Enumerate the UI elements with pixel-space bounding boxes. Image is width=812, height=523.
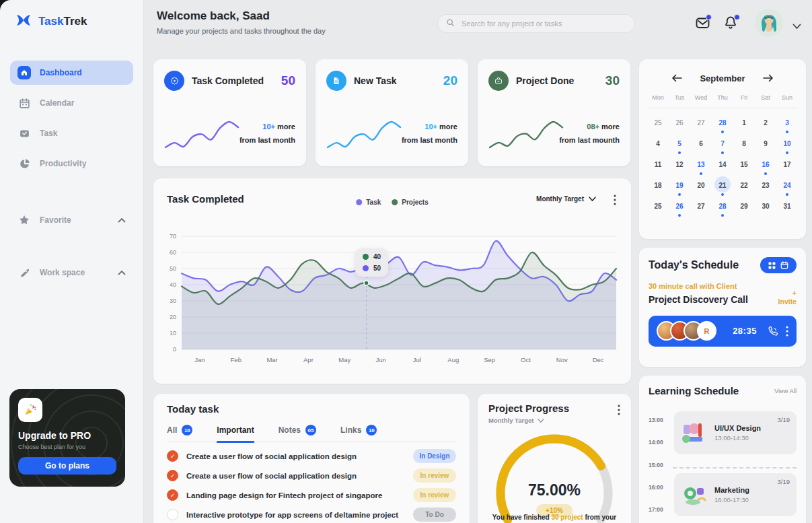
learning-event[interactable]: Marketing16:00-17:303/19	[674, 473, 797, 516]
task-checkbox[interactable]	[167, 509, 178, 520]
mail-button[interactable]	[694, 15, 712, 32]
arrow-right-icon[interactable]	[762, 71, 775, 85]
stat-delta-suffix: more	[601, 123, 620, 131]
learning-event[interactable]: UI/UX Design13:00-14:303/19	[674, 411, 797, 454]
calendar-day[interactable]: 9	[755, 133, 776, 154]
calendar-day[interactable]: 27	[690, 196, 712, 217]
view-all-link[interactable]: View All	[774, 387, 797, 394]
calendar-day[interactable]: 21	[712, 175, 733, 196]
call-kebab-menu[interactable]	[786, 326, 788, 337]
calendar-day[interactable]: 19	[669, 175, 690, 196]
sidebar-item-dashboard[interactable]: Dashboard	[10, 61, 133, 85]
calendar-day-number: 6	[699, 140, 703, 147]
go-to-plans-button[interactable]: Go to plans	[18, 457, 116, 475]
task-text: Landing page design for Fintech project …	[186, 491, 405, 499]
tab-links[interactable]: Links10	[340, 425, 377, 442]
calendar-day[interactable]: 22	[733, 175, 755, 196]
calendar-day[interactable]: 5	[669, 133, 690, 154]
calendar-day[interactable]: 20	[690, 175, 712, 196]
svg-text:30: 30	[170, 298, 176, 304]
calendar-day[interactable]: 26	[669, 112, 690, 133]
calendar-day[interactable]: 8	[733, 133, 755, 154]
calendar-day[interactable]: 11	[647, 154, 669, 175]
calendar-day[interactable]: 2	[755, 112, 776, 133]
calendar-day[interactable]: 18	[647, 175, 669, 196]
search-bar[interactable]	[437, 14, 635, 33]
calendar-day[interactable]: 6	[690, 133, 712, 154]
sidebar-item-calendar[interactable]: Calendar	[10, 91, 133, 115]
call-bar[interactable]: R 28:35	[649, 316, 797, 347]
learning-event-date: 3/19	[778, 416, 790, 423]
user-avatar[interactable]	[755, 9, 783, 37]
calendar-day[interactable]: 29	[733, 196, 755, 217]
chart-kebab-menu[interactable]	[614, 195, 616, 208]
calendar-day[interactable]: 28	[712, 196, 733, 217]
phone-icon[interactable]	[767, 325, 779, 337]
calendar-day[interactable]: 17	[776, 154, 798, 175]
task-icon	[17, 127, 31, 140]
calendar-day[interactable]: 23	[755, 175, 776, 196]
progress-title: Project Progress	[488, 403, 620, 414]
sidebar-group-favorite[interactable]: Favorite	[10, 208, 133, 232]
calendar-day[interactable]: 16	[755, 154, 776, 175]
legend-item-projects[interactable]: Projects	[392, 199, 428, 206]
tab-important[interactable]: Important	[217, 425, 254, 443]
calendar-day[interactable]: 15	[733, 154, 755, 175]
chevron-up-icon[interactable]	[118, 268, 126, 277]
calendar-day-number: 27	[697, 119, 704, 127]
tab-all[interactable]: All10	[167, 425, 192, 442]
task-checkbox[interactable]: ✓	[167, 489, 178, 501]
calendar-day[interactable]: 31	[776, 196, 798, 217]
schedule-view-toggle[interactable]	[760, 257, 797, 273]
legend-dot	[392, 199, 398, 205]
calendar-day[interactable]: 1	[733, 112, 755, 133]
account-chevron-down-icon[interactable]	[792, 20, 801, 32]
tab-notes[interactable]: Notes05	[279, 425, 316, 442]
task-row: Interactive prototype for app screens of…	[167, 505, 456, 523]
chart-legend: TaskProjects	[356, 199, 429, 206]
progress-kebab-menu[interactable]	[618, 405, 620, 418]
calendar-day-number: 3	[785, 119, 789, 127]
stat-card-project-done: Project Done 30 08+ more from last mount…	[478, 59, 630, 166]
search-input[interactable]	[460, 19, 626, 28]
marketing-illustration	[681, 483, 708, 507]
timeline-dashed-divider	[673, 467, 797, 468]
calendar-day[interactable]: 4	[647, 133, 669, 154]
legend-item-task[interactable]: Task	[356, 199, 381, 206]
calendar-day-number: 16	[762, 161, 769, 168]
calendar-day-number: 27	[697, 203, 704, 210]
calendar-day[interactable]: 3	[776, 112, 798, 133]
progress-filter-dropdown[interactable]: Monthly Target	[488, 417, 620, 424]
task-checkbox[interactable]: ✓	[167, 450, 178, 462]
sidebar-item-label: Dashboard	[40, 68, 82, 77]
today-task-card: Today task All10ImportantNotes05Links10 …	[153, 394, 470, 523]
invite-button[interactable]: + Invite	[778, 289, 797, 306]
sidebar-group-label: Work space	[40, 268, 85, 277]
calendar-day[interactable]: 13	[690, 154, 712, 175]
calendar-day[interactable]: 7	[712, 133, 733, 154]
calendar-day[interactable]: 28	[712, 112, 733, 133]
calendar-day[interactable]: 14	[712, 154, 733, 175]
calendar-day[interactable]: 30	[755, 196, 776, 217]
task-checkbox[interactable]: ✓	[167, 470, 178, 481]
sidebar-group-workspace[interactable]: Work space	[10, 260, 133, 285]
calendar-day[interactable]: 24	[776, 175, 798, 196]
task-text: Interactive prototype for app screens of…	[186, 511, 405, 519]
calendar-day[interactable]: 25	[647, 196, 669, 217]
calendar-day[interactable]: 12	[669, 154, 690, 175]
calendar-day[interactable]: 27	[690, 112, 712, 133]
sidebar-item-task[interactable]: Task	[10, 121, 133, 145]
stat-sub: from last mounth	[559, 136, 620, 144]
bell-button[interactable]	[723, 15, 740, 32]
chart-filter-dropdown[interactable]: Monthly Target	[536, 195, 596, 203]
calendar-day[interactable]: 25	[647, 112, 669, 133]
calendar-day[interactable]: 26	[669, 196, 690, 217]
chevron-up-icon[interactable]	[118, 215, 126, 225]
calendar-day-name: Wed	[690, 94, 712, 101]
mail-notification-dot	[706, 14, 712, 20]
arrow-left-icon[interactable]	[670, 71, 684, 85]
calendar-day[interactable]: 10	[776, 133, 798, 154]
sidebar-item-productivity[interactable]: Productivity	[10, 151, 133, 176]
calendar-grid: 2526272812345678910111213141516171819202…	[647, 112, 798, 217]
stat-title: Project Done	[516, 75, 598, 86]
